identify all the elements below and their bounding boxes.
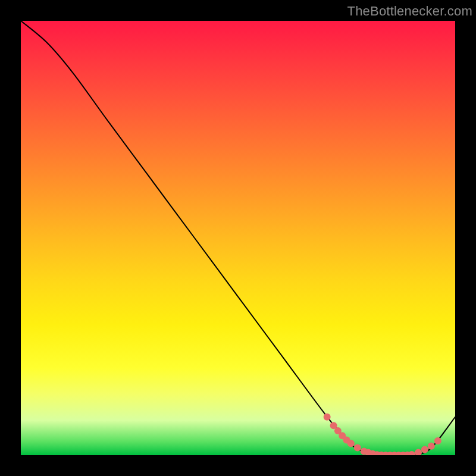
curve-svg — [21, 21, 455, 455]
data-marker — [324, 414, 331, 421]
data-marker — [428, 443, 435, 450]
data-markers — [324, 414, 441, 455]
bottleneck-curve — [21, 21, 455, 455]
data-marker — [408, 451, 415, 455]
attribution-text: TheBottlenecker.com — [347, 4, 472, 19]
chart-stage: TheBottlenecker.com — [0, 0, 476, 476]
data-marker — [421, 446, 428, 453]
plot-area — [21, 21, 455, 455]
data-marker — [347, 440, 355, 447]
data-marker — [434, 437, 441, 444]
data-marker — [354, 444, 361, 452]
data-marker — [415, 449, 422, 455]
